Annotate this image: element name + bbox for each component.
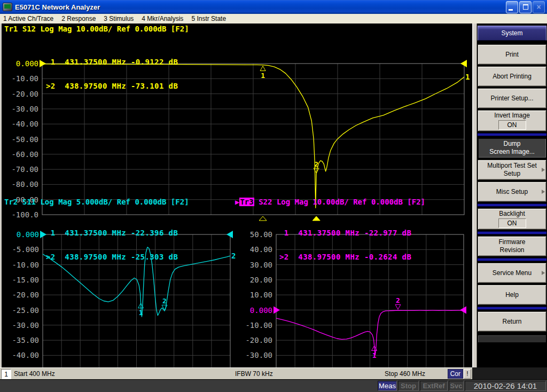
trace3-label: Tr3: [239, 198, 254, 206]
trace1-label: Tr1: [4, 25, 18, 33]
trace2-label: Tr2: [4, 198, 18, 206]
window-title: E5071C Network Analyzer: [15, 3, 100, 11]
tr3-ref-level-right-icon: [460, 307, 466, 314]
svg-text:-70.00: -70.00: [11, 165, 38, 174]
tr2-y-ticks: 0.000-5.000-10.00-15.00-20.00-25.00-30.0…: [12, 230, 39, 390]
softkey-abort-printing[interactable]: Abort Printing: [478, 66, 546, 87]
instrument-status-bar: Meas Stop ExtRef Svc 2010-02-26 14:01: [0, 379, 547, 392]
softkey-label: Screen Image...: [489, 148, 535, 156]
svg-text:-30.00: -30.00: [12, 321, 39, 330]
softkey-print[interactable]: Print: [478, 44, 546, 65]
svg-text:50.00: 50.00: [250, 230, 272, 239]
softkey-separator: [478, 307, 546, 310]
softkey-backlight[interactable]: BacklightON: [478, 208, 546, 230]
submenu-arrow-icon: [542, 271, 545, 275]
tr2-marker-2: 2: [162, 297, 167, 310]
softkey-label: Abort Printing: [493, 73, 532, 81]
menu-item-5[interactable]: 5 Instr State: [191, 15, 226, 22]
close-button: ×: [533, 1, 545, 13]
status-bar: 1 Start 400 MHz IFBW 70 kHz Stop 460 MHz…: [0, 367, 472, 379]
svg-text:20.00: 20.00: [250, 276, 272, 284]
softkey-help[interactable]: Help: [478, 285, 546, 305]
trace3-header[interactable]: ▶Tr3 S22 Log Mag 10.00dB/ Ref 0.000dB [F…: [235, 198, 425, 206]
trace1-header[interactable]: Tr1 S12 Log Mag 10.00dB/ Ref 0.000dB [F2…: [4, 25, 189, 33]
menu-item-3[interactable]: 3 Stimulus: [104, 15, 134, 22]
svg-text:-100.0: -100.0: [11, 210, 38, 219]
tr2-ref-level-right-icon: [226, 231, 233, 238]
screen-left-edge: [0, 23, 2, 367]
svg-text:2: 2: [162, 297, 167, 305]
svg-text:-15.00: -15.00: [12, 276, 39, 284]
svg-text:-20.00: -20.00: [12, 291, 39, 299]
svg-text:-25.00: -25.00: [12, 306, 39, 315]
svg-text:-10.00: -10.00: [245, 321, 272, 330]
marker-row: 1 431.37500 MHz -0.9122 dB: [46, 58, 178, 66]
svg-text:-80.00: -80.00: [11, 180, 38, 189]
trace1-marker-readout: 1 431.37500 MHz -0.9122 dB >2 438.97500 …: [46, 42, 178, 106]
menu-item-2[interactable]: 2 Response: [61, 15, 96, 22]
svg-text:2: 2: [314, 160, 318, 168]
softkey-dump-screen-image[interactable]: DumpScreen Image...: [478, 138, 546, 158]
tr1-marker-1-stimulus-icon: [259, 216, 267, 221]
svg-text:-40.00: -40.00: [11, 120, 38, 128]
tr1-marker-1: 1: [260, 66, 265, 80]
menu-bar: 1 Active Ch/Trace2 Response3 Stimulus4 M…: [0, 14, 547, 23]
marker-row: >2 438.97500 MHz -73.101 dB: [46, 82, 178, 90]
softkey-multiport-test-set-setup[interactable]: Multiport Test SetSetup: [478, 160, 546, 180]
correction-badge: Cor: [448, 369, 463, 379]
stop-frequency[interactable]: Stop 460 MHz: [385, 370, 425, 378]
softkey-label: Printer Setup...: [490, 95, 533, 103]
softkey-invert-image[interactable]: Invert ImageON: [478, 110, 546, 131]
tr1-marker-2: 2: [314, 160, 319, 173]
softkey-printer-setup[interactable]: Printer Setup...: [478, 88, 546, 108]
submenu-arrow-icon: [542, 168, 545, 172]
svg-text:40.00: 40.00: [250, 245, 272, 254]
tr1-y-ticks: 0.000-10.00-20.00-30.00-40.00-50.00-60.0…: [11, 59, 38, 219]
app-icon: [3, 3, 12, 11]
svg-text:-20.00: -20.00: [245, 336, 272, 344]
softkey-separator: [478, 203, 546, 207]
svg-text:-30.00: -30.00: [245, 351, 272, 359]
softkey-label: Misc Setup: [496, 188, 528, 196]
softkey-misc-setup[interactable]: Misc Setup: [478, 182, 546, 202]
warning-indicator: !: [464, 369, 471, 379]
start-frequency[interactable]: Start 400 MHz: [14, 370, 55, 378]
softkey-label: Invert Image: [494, 112, 530, 120]
trace2-marker-readout: 1 431.37500 MHz -22.396 dB >2 438.97500 …: [46, 213, 178, 277]
minimize-button[interactable]: [506, 1, 518, 13]
softkey-toggle-state: ON: [498, 120, 526, 130]
menu-item-4[interactable]: 4 Mkr/Analysis: [142, 15, 183, 22]
softkey-separator: [478, 231, 546, 234]
softkey-label: Help: [505, 291, 519, 299]
tr1-ref-level-left-icon: [40, 60, 46, 67]
trace2-header[interactable]: Tr2 S11 Log Mag 5.000dB/ Ref 0.000dB [F2…: [4, 198, 189, 206]
softkey-label: Backlight: [499, 210, 525, 218]
softkey-label: Multiport Test Set: [487, 162, 536, 170]
marker-row: 1 431.37500 MHz -22.396 dB: [46, 229, 178, 237]
trace1-settings: S12 Log Mag 10.00dB/ Ref 0.000dB [F2]: [18, 25, 189, 33]
softkey-return[interactable]: Return: [478, 311, 546, 332]
sidebar-divider[interactable]: [473, 23, 477, 367]
ifbw-readout[interactable]: IFBW 70 kHz: [235, 370, 273, 378]
svg-text:0.000: 0.000: [16, 59, 38, 68]
softkey-service-menu[interactable]: Service Menu: [478, 263, 546, 283]
softkey-label: Firmware: [499, 238, 526, 246]
e5071c-window: E5071C Network Analyzer × 1 Active Ch/Tr…: [0, 0, 547, 392]
measuring-indicator: Meas: [378, 381, 397, 391]
svg-text:30.00: 30.00: [250, 261, 272, 269]
restore-button[interactable]: [519, 1, 532, 13]
close-icon: ×: [536, 3, 541, 11]
softkey-firmware-revision[interactable]: FirmwareRevision: [478, 236, 546, 256]
marker-row: >2 438.97500 MHz -25.303 dB: [46, 253, 178, 261]
softkey-separator: [478, 258, 546, 261]
softkey-label: Setup: [504, 170, 520, 178]
svg-text:1: 1: [261, 72, 265, 80]
menu-item-1[interactable]: 1 Active Ch/Trace: [3, 15, 53, 22]
softkey-separator: [478, 133, 546, 136]
svc-indicator: Svc: [449, 381, 464, 391]
marker-row: >2 438.97500 MHz -0.2624 dB: [279, 253, 411, 261]
tr3-y-ticks: 50.0040.0030.0020.0010.000.000-10.00-20.…: [245, 230, 272, 390]
tr3-ref-level-left-icon: [274, 307, 280, 314]
svg-text:10.00: 10.00: [250, 291, 272, 299]
softkey-label: Print: [505, 51, 519, 59]
